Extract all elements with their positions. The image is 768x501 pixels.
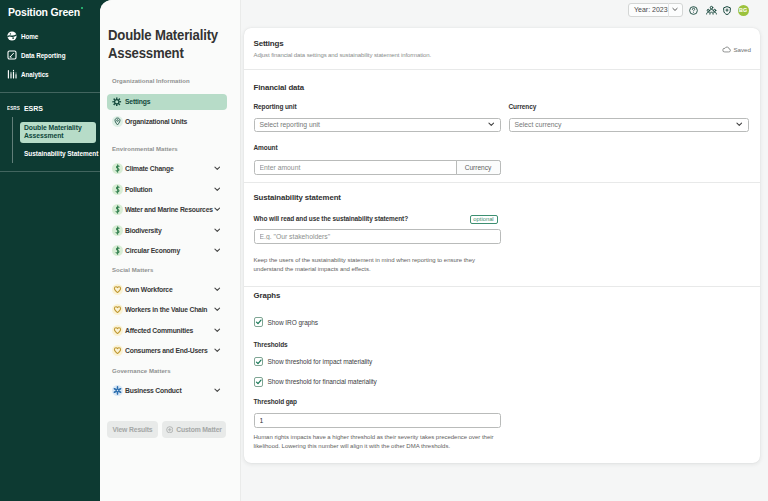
show-iro-graphs-checkbox[interactable] bbox=[254, 317, 264, 327]
financial-threshold-row: Show threshold for financial materiality bbox=[254, 377, 377, 387]
threshold-gap-helper-text: Human rights impacts have a higher thres… bbox=[254, 433, 504, 451]
main-content: Double Materiality Assessment Organizati… bbox=[100, 0, 768, 501]
currency-select[interactable]: Select currency bbox=[509, 118, 749, 133]
chevron-down-icon bbox=[214, 348, 221, 353]
sidebar: Position Green Home Data Reporting bbox=[0, 0, 100, 501]
optional-badge: optional bbox=[470, 215, 498, 225]
gear-icon bbox=[112, 96, 123, 107]
nav-item-business-conduct[interactable]: Business Conduct bbox=[107, 382, 227, 399]
financial-threshold-checkbox[interactable] bbox=[254, 377, 264, 387]
chevron-down-icon bbox=[214, 228, 221, 233]
year-select[interactable]: Year: 2023 bbox=[628, 3, 683, 17]
environmental-topic-icon bbox=[112, 204, 123, 215]
chevron-down-icon bbox=[668, 7, 682, 12]
reporting-unit-select[interactable]: Select reporting unit bbox=[254, 118, 501, 133]
custom-matter-button[interactable]: Custom Matter bbox=[162, 421, 227, 439]
amount-currency-suffix: Currency bbox=[456, 160, 501, 175]
card-subtitle: Adjust financial data settings and susta… bbox=[254, 52, 432, 58]
chevron-down-icon bbox=[214, 307, 221, 312]
chevron-down-icon bbox=[214, 248, 221, 253]
impact-threshold-checkbox[interactable] bbox=[254, 357, 264, 367]
sidebar-item-home[interactable]: Home bbox=[7, 30, 38, 42]
nav-item-label: Own Workforce bbox=[125, 286, 173, 293]
document-pencil-icon bbox=[7, 50, 17, 60]
nav-item-label: Pollution bbox=[125, 186, 152, 193]
sidebar-item-double-materiality-assessment[interactable]: Double Materiality Assessment bbox=[20, 122, 96, 144]
heart-icon bbox=[112, 345, 123, 356]
cloud-check-icon bbox=[722, 46, 731, 53]
threshold-gap-input[interactable] bbox=[254, 413, 501, 428]
nav-group-label: Organizational Information bbox=[112, 78, 190, 84]
chevron-down-icon bbox=[214, 207, 221, 212]
nav-item-label: Settings bbox=[125, 98, 150, 105]
impact-threshold-row: Show threshold for impact materiality bbox=[254, 357, 373, 367]
environmental-topic-icon bbox=[112, 245, 123, 256]
currency-select-value: Select currency bbox=[510, 121, 562, 128]
thresholds-label: Thresholds bbox=[254, 341, 288, 348]
nav-item-organizational-units[interactable]: Organizational Units bbox=[107, 114, 227, 131]
card-title: Settings bbox=[254, 40, 284, 48]
statement-question-label: Who will read and use the sustainability… bbox=[254, 215, 409, 222]
nav-item-label: Water and Marine Resources bbox=[125, 206, 213, 213]
nav-item-label: Circular Economy bbox=[125, 247, 180, 254]
year-select-value: Year: 2023 bbox=[629, 6, 668, 13]
chevron-down-icon bbox=[214, 328, 221, 333]
app-root: Position Green Home Data Reporting bbox=[0, 0, 768, 501]
nav-group-label: Environmental Matters bbox=[112, 146, 178, 152]
esrs-logo-icon: ESRS bbox=[7, 106, 20, 111]
checkmark-icon bbox=[255, 358, 263, 366]
nav-item-workers-in-the-value-chain[interactable]: Workers in the Value Chain bbox=[107, 302, 227, 319]
nav-item-label: Climate Change bbox=[125, 165, 174, 172]
environmental-topic-icon bbox=[112, 225, 123, 236]
chevron-down-icon bbox=[214, 166, 221, 171]
environmental-topic-icon bbox=[112, 163, 123, 174]
shield-icon[interactable] bbox=[723, 6, 731, 15]
nav-item-affected-communities[interactable]: Affected Communities bbox=[107, 322, 227, 339]
amount-label: Amount bbox=[254, 144, 278, 151]
app-logo[interactable]: Position Green bbox=[8, 6, 83, 18]
chevron-down-icon bbox=[488, 122, 500, 127]
page-title: Double Materiality Assessment bbox=[108, 26, 224, 62]
nav-item-consumers-and-end-users[interactable]: Consumers and End-Users bbox=[107, 343, 227, 360]
view-results-button[interactable]: View Results bbox=[107, 421, 158, 439]
graphs-heading: Graphs bbox=[254, 292, 281, 300]
logo-text: Position Green bbox=[8, 6, 80, 18]
chevron-down-icon bbox=[214, 187, 221, 192]
nav-item-circular-economy[interactable]: Circular Economy bbox=[107, 242, 227, 259]
nav-item-pollution[interactable]: Pollution bbox=[107, 181, 227, 198]
show-iro-graphs-row: Show IRO graphs bbox=[254, 317, 319, 327]
saved-status: Saved bbox=[722, 46, 751, 53]
help-icon[interactable] bbox=[689, 6, 698, 15]
nav-item-settings[interactable]: Settings bbox=[107, 94, 227, 111]
sidebar-divider bbox=[0, 171, 100, 172]
nav-item-biodiversity[interactable]: Biodiversity bbox=[107, 222, 227, 239]
settings-card: Settings Adjust financial data settings … bbox=[244, 28, 760, 463]
nav-item-label: Affected Communities bbox=[125, 327, 193, 334]
sidebar-item-label: Home bbox=[21, 33, 38, 40]
statement-helper-text: Keep the users of the sustainability sta… bbox=[254, 256, 504, 274]
heart-icon bbox=[112, 325, 123, 336]
checkmark-icon bbox=[255, 378, 263, 386]
chevron-down-icon bbox=[214, 287, 221, 292]
esrs-tree-guide bbox=[12, 117, 13, 163]
sidebar-item-esrs[interactable]: ESRS ESRS bbox=[7, 103, 43, 113]
sidebar-item-data-reporting[interactable]: Data Reporting bbox=[7, 49, 65, 61]
section-divider bbox=[244, 286, 760, 287]
sidebar-item-sustainability-statement[interactable]: Sustainability Statement bbox=[24, 150, 98, 157]
sustainability-statement-heading: Sustainability statement bbox=[254, 194, 341, 202]
currency-label: Currency bbox=[509, 103, 537, 110]
sidebar-item-analytics[interactable]: Analytics bbox=[7, 68, 49, 80]
nav-group-label: Governance Matters bbox=[112, 368, 171, 374]
user-avatar[interactable]: BG bbox=[738, 5, 750, 17]
threshold-gap-label: Threshold gap bbox=[254, 398, 297, 405]
nav-item-own-workforce[interactable]: Own Workforce bbox=[107, 281, 227, 298]
checkmark-icon bbox=[255, 318, 263, 326]
academy-community-icon[interactable] bbox=[706, 5, 717, 15]
nav-item-label: Workers in the Value Chain bbox=[125, 306, 207, 313]
section-divider bbox=[244, 69, 760, 70]
nav-item-water-and-marine-resources[interactable]: Water and Marine Resources bbox=[107, 201, 227, 218]
nav-item-climate-change[interactable]: Climate Change bbox=[107, 161, 227, 178]
dma-nav-panel: Double Materiality Assessment Organizati… bbox=[100, 0, 241, 501]
statement-audience-input[interactable] bbox=[254, 229, 501, 244]
nav-item-label: Consumers and End-Users bbox=[125, 347, 208, 354]
